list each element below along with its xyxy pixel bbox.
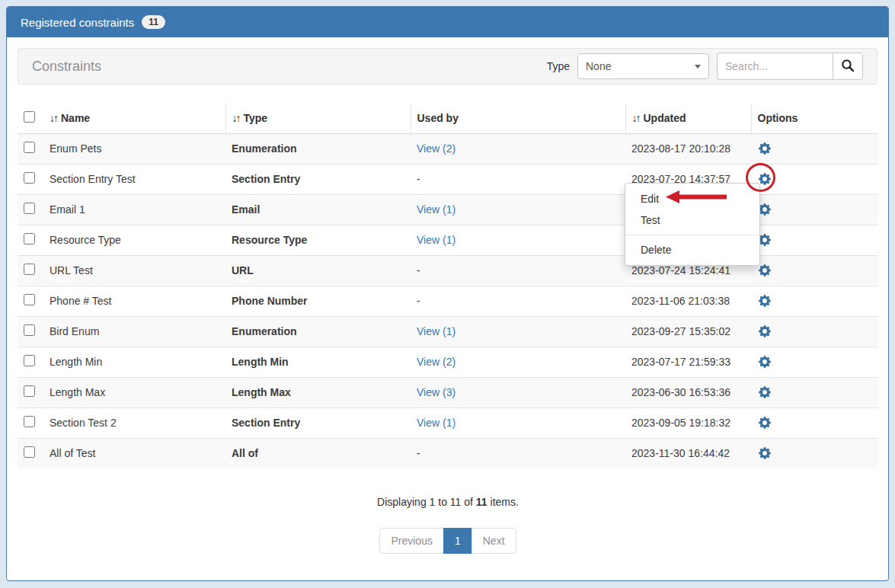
row-checkbox[interactable]: [24, 203, 35, 214]
row-checkbox[interactable]: [24, 233, 35, 244]
panel-title: Registered constraints: [21, 16, 134, 29]
cell-name: Bird Enum: [43, 316, 225, 347]
select-all-checkbox[interactable]: [24, 111, 35, 123]
gear-icon: [759, 176, 771, 187]
toolbar: Constraints Type None: [18, 48, 877, 85]
cell-type: Enumeration: [225, 316, 411, 347]
page: Registered constraints 11 Constraints Ty…: [0, 0, 895, 588]
cell-updated: 2023-06-30 16:53:36: [625, 377, 751, 407]
view-used-by-link[interactable]: View (2): [417, 356, 455, 368]
row-checkbox[interactable]: [24, 172, 35, 184]
previous-page-button[interactable]: Previous: [379, 528, 443, 554]
gear-icon: [759, 420, 771, 431]
constraints-table: ↓↑Name ↓↑Type Used by ↓↑Updated Options …: [18, 103, 878, 468]
cell-type: Section Entry: [225, 164, 411, 194]
view-used-by-link[interactable]: View (1): [417, 417, 455, 429]
row-checkbox[interactable]: [24, 416, 35, 427]
cell-type: Phone Number: [225, 286, 411, 316]
cell-used-by: -: [417, 295, 420, 307]
options-gear-button[interactable]: [757, 324, 772, 339]
cell-type: Length Max: [225, 377, 411, 407]
cell-type: Enumeration: [225, 133, 411, 164]
view-used-by-link[interactable]: View (3): [417, 386, 455, 398]
cell-type: Resource Type: [225, 225, 411, 255]
options-gear-button[interactable]: [757, 141, 772, 156]
header-type[interactable]: ↓↑Type: [225, 103, 411, 133]
header-options: Options: [751, 103, 878, 133]
results-summary: Displaying 1 to 11 of 11 items.: [18, 496, 878, 508]
sort-icon: ↓↑: [632, 112, 640, 124]
search-icon: [841, 59, 855, 75]
cell-name: Section Test 2: [43, 407, 225, 438]
total-count: 11: [476, 496, 487, 508]
menu-item-edit[interactable]: Edit: [625, 188, 759, 209]
row-checkbox[interactable]: [24, 142, 35, 153]
cell-name: Section Entry Test: [43, 164, 225, 194]
options-dropdown-menu: Edit Test Delete: [625, 183, 760, 266]
gear-icon: [759, 450, 771, 462]
toolbar-title: Constraints: [32, 59, 101, 75]
cell-updated: 2023-08-17 20:10:28: [625, 133, 751, 164]
options-gear-button[interactable]: [757, 354, 772, 369]
next-page-button[interactable]: Next: [471, 528, 516, 554]
type-select[interactable]: None: [577, 53, 709, 79]
cell-type: Length Min: [225, 347, 411, 377]
cell-used-by: -: [417, 447, 420, 459]
table-row: Length Min Length Min View (2) 2023-07-1…: [18, 347, 878, 377]
cell-updated: 2023-09-27 15:35:02: [625, 316, 751, 347]
toolbar-controls: Type None: [547, 53, 863, 80]
table-row: All of Test All of - 2023-11-30 16:44:42: [18, 438, 878, 468]
gear-icon: [759, 359, 771, 370]
page-1-button[interactable]: 1: [443, 528, 472, 554]
row-checkbox[interactable]: [24, 324, 35, 336]
menu-item-delete[interactable]: Delete: [625, 239, 759, 260]
cell-name: Phone # Test: [43, 286, 225, 316]
table-row: Bird Enum Enumeration View (1) 2023-09-2…: [18, 316, 878, 347]
row-checkbox[interactable]: [24, 385, 35, 397]
cell-name: Length Min: [43, 347, 225, 377]
view-used-by-link[interactable]: View (2): [417, 142, 455, 155]
panel-body: Constraints Type None: [7, 37, 888, 564]
search-input[interactable]: [717, 53, 833, 80]
table-row: Phone # Test Phone Number - 2023-11-06 2…: [18, 286, 878, 316]
search-button[interactable]: [833, 53, 863, 80]
row-checkbox[interactable]: [24, 355, 35, 366]
view-used-by-link[interactable]: View (1): [417, 203, 455, 216]
row-checkbox[interactable]: [24, 264, 35, 275]
view-used-by-link[interactable]: View (1): [417, 234, 455, 246]
gear-icon: [759, 145, 771, 157]
sort-icon: ↓↑: [50, 112, 57, 124]
gear-icon: [759, 206, 771, 218]
menu-item-test[interactable]: Test: [625, 209, 759, 231]
cell-name: Resource Type: [43, 225, 225, 255]
row-checkbox[interactable]: [24, 294, 35, 305]
header-used-by: Used by: [411, 103, 625, 133]
options-gear-button[interactable]: [757, 293, 772, 308]
cell-type: All of: [225, 438, 411, 468]
count-badge: 11: [142, 15, 165, 29]
options-gear-button[interactable]: [757, 385, 772, 400]
chevron-down-icon: [695, 65, 701, 69]
view-used-by-link[interactable]: View (1): [417, 325, 455, 337]
registered-constraints-panel: Registered constraints 11 Constraints Ty…: [6, 6, 889, 581]
header-name[interactable]: ↓↑Name: [43, 103, 225, 133]
cell-name: Email 1: [43, 194, 225, 225]
header-updated[interactable]: ↓↑Updated: [625, 103, 751, 133]
type-select-value: None: [586, 60, 611, 72]
cell-name: All of Test: [43, 438, 225, 468]
cell-used-by: -: [417, 173, 420, 185]
cell-used-by: -: [417, 264, 420, 276]
search-group: [717, 53, 863, 80]
row-checkbox[interactable]: [24, 446, 35, 458]
options-gear-button[interactable]: [757, 415, 772, 430]
gear-icon: [759, 267, 771, 279]
gear-icon: [759, 389, 771, 401]
cell-updated: 2023-07-17 21:59:33: [625, 347, 751, 377]
gear-icon: [759, 328, 771, 340]
table-row: Length Max Length Max View (3) 2023-06-3…: [18, 377, 878, 407]
options-gear-button[interactable]: [757, 446, 772, 461]
table-row: Section Test 2 Section Entry View (1) 20…: [18, 407, 878, 438]
cell-updated: 2023-09-05 19:18:32: [625, 407, 751, 438]
table-header-row: ↓↑Name ↓↑Type Used by ↓↑Updated Options: [18, 103, 878, 133]
table-row: Enum Pets Enumeration View (2) 2023-08-1…: [18, 133, 878, 164]
